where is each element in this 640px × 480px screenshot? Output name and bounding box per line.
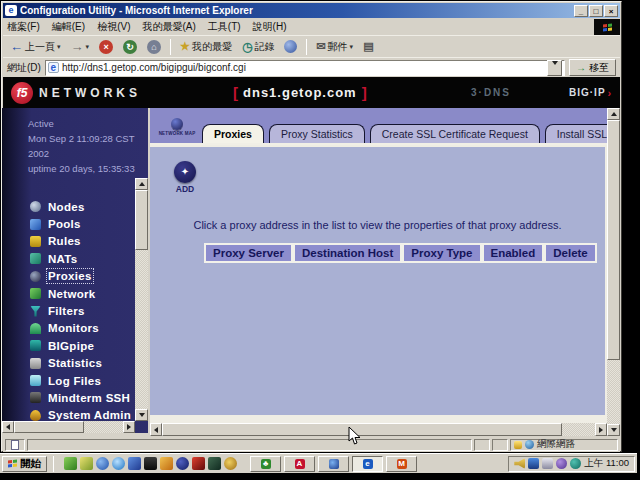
- scroll-thumb[interactable]: [135, 190, 148, 250]
- volume-icon[interactable]: [514, 458, 525, 469]
- monitors-icon: [30, 323, 41, 334]
- scroll-left-button[interactable]: [150, 423, 162, 436]
- lock-icon: [514, 441, 522, 449]
- quicklaunch-icon-5[interactable]: [128, 457, 141, 470]
- menu-favorites[interactable]: 我的最愛(A): [142, 20, 195, 34]
- column-header-destination-host[interactable]: Destination Host: [293, 243, 402, 263]
- media-button[interactable]: [280, 38, 301, 55]
- menu-edit[interactable]: 編輯(E): [52, 20, 85, 34]
- tray-icon-3[interactable]: [542, 458, 553, 469]
- column-header-enabled[interactable]: Enabled: [482, 243, 545, 263]
- history-button[interactable]: ◷ 記錄: [238, 38, 278, 56]
- column-header-proxy-type[interactable]: Proxy Type: [402, 243, 481, 263]
- sidebar-item-nodes[interactable]: Nodes: [30, 198, 148, 215]
- scroll-right-button[interactable]: [595, 423, 607, 436]
- mouse-cursor: [348, 427, 361, 450]
- quicklaunch-icon-6[interactable]: [144, 457, 157, 470]
- back-chevron-icon[interactable]: ▾: [57, 43, 61, 51]
- address-input[interactable]: e http://dns1.getop.com/bigipgui/bigconf…: [45, 60, 565, 76]
- address-dropdown-button[interactable]: [547, 60, 562, 76]
- tab-install-ssl-certificate[interactable]: Install SSL Certif: [545, 124, 607, 143]
- sidebar-item-statistics[interactable]: Statistics: [30, 355, 148, 372]
- add-proxy-button[interactable]: ✦ ADD: [170, 161, 200, 194]
- status-document-cell: [5, 439, 25, 451]
- filters-icon: [30, 306, 41, 317]
- task-button-ie-active[interactable]: e: [352, 456, 383, 472]
- address-bar: 網址(D) e http://dns1.getop.com/bigipgui/b…: [3, 57, 620, 77]
- taskbar: 開始 ♣ A e M 上午 11: [0, 453, 637, 473]
- favorites-button[interactable]: ★ 我的最愛: [176, 38, 236, 56]
- scroll-down-button[interactable]: [607, 424, 620, 436]
- add-plus-icon: ✦: [181, 166, 189, 177]
- scroll-thumb[interactable]: [607, 120, 620, 360]
- scroll-thumb[interactable]: [14, 421, 84, 433]
- mail-button[interactable]: ✉ 郵件 ▾: [312, 38, 357, 56]
- sidebar-item-monitors[interactable]: Monitors: [30, 320, 148, 337]
- quicklaunch-icon-4[interactable]: [112, 457, 125, 470]
- scroll-right-button[interactable]: [123, 421, 135, 433]
- forward-chevron-icon[interactable]: ▾: [86, 43, 90, 51]
- column-header-proxy-server[interactable]: Proxy Server: [204, 243, 293, 263]
- title-bar[interactable]: e Configuration Utility - Microsoft Inte…: [3, 3, 620, 18]
- sidebar-vertical-scrollbar[interactable]: [135, 178, 148, 421]
- task-button-1[interactable]: ♣: [250, 456, 281, 472]
- scroll-thumb[interactable]: [162, 423, 562, 436]
- forward-button[interactable]: → ▾: [67, 37, 94, 56]
- scroll-up-button[interactable]: [607, 108, 620, 120]
- sidebar-horizontal-scrollbar[interactable]: [2, 421, 135, 433]
- chevron-down-icon: [552, 61, 558, 72]
- menu-tools[interactable]: 工具(T): [208, 20, 241, 34]
- sidebar-item-nats[interactable]: NATs: [30, 250, 148, 267]
- tray-icon-2[interactable]: [528, 458, 539, 469]
- mail-chevron-icon[interactable]: ▾: [350, 43, 354, 51]
- quicklaunch-icon-8[interactable]: [176, 457, 189, 470]
- quicklaunch-icon-11[interactable]: [224, 457, 237, 470]
- address-url[interactable]: http://dns1.getop.com/bigipgui/bigconf.c…: [62, 62, 544, 73]
- quicklaunch-icon-1[interactable]: [64, 457, 77, 470]
- task-button-5[interactable]: M: [386, 456, 417, 472]
- content-vertical-scrollbar[interactable]: [607, 108, 620, 436]
- sidebar-item-log-files[interactable]: Log Files: [30, 372, 148, 389]
- scroll-left-button[interactable]: [2, 421, 14, 433]
- tab-create-ssl-certificate-request[interactable]: Create SSL Certificate Request: [370, 124, 540, 143]
- column-header-delete[interactable]: Delete: [544, 243, 597, 263]
- close-button[interactable]: ×: [604, 5, 618, 17]
- ie-window-icon: e: [5, 5, 17, 16]
- scroll-down-button[interactable]: [135, 409, 148, 421]
- minimize-button[interactable]: _: [574, 5, 588, 17]
- sidebar-item-rules[interactable]: Rules: [30, 233, 148, 250]
- menu-help[interactable]: 說明(H): [253, 20, 287, 34]
- maximize-button[interactable]: □: [589, 5, 603, 17]
- taskbar-clock[interactable]: 上午 11:00: [584, 457, 629, 470]
- quicklaunch-icon-3[interactable]: [96, 457, 109, 470]
- scroll-up-button[interactable]: [135, 178, 148, 190]
- quicklaunch-icon-9[interactable]: [192, 457, 205, 470]
- tab-proxies[interactable]: Proxies: [202, 124, 264, 143]
- stop-button[interactable]: ×: [95, 38, 117, 56]
- home-button[interactable]: ⌂: [143, 38, 165, 56]
- menu-file[interactable]: 檔案(F): [7, 20, 40, 34]
- sidebar-item-pools[interactable]: Pools: [30, 215, 148, 232]
- system-status: Active Mon Sep 2 11:09:28 CST 2002 uptim…: [28, 116, 148, 176]
- refresh-button[interactable]: ↻: [119, 38, 141, 56]
- sidebar-item-bigpipe[interactable]: BIGpipe: [30, 337, 148, 354]
- quicklaunch-icon-7[interactable]: [160, 457, 173, 470]
- go-button[interactable]: → 移至: [569, 59, 616, 76]
- print-button[interactable]: ▤: [359, 38, 377, 55]
- tray-icon-4[interactable]: [556, 458, 567, 469]
- back-button[interactable]: ← 上一頁 ▾: [6, 37, 65, 56]
- tray-icon-5[interactable]: [570, 458, 581, 469]
- task-button-3[interactable]: [318, 456, 349, 472]
- task-button-2[interactable]: A: [284, 456, 315, 472]
- network-map-button[interactable]: NETWORK MAP: [156, 111, 198, 142]
- menu-view[interactable]: 檢視(V): [97, 20, 130, 34]
- quicklaunch-icon-2[interactable]: [80, 457, 93, 470]
- sidebar-item-network[interactable]: Network: [30, 285, 148, 302]
- start-button[interactable]: 開始: [2, 456, 47, 472]
- sidebar-item-filters[interactable]: Filters: [30, 302, 148, 319]
- sidebar-item-proxies[interactable]: Proxies: [30, 268, 148, 285]
- tab-proxy-statistics[interactable]: Proxy Statistics: [269, 124, 365, 143]
- quicklaunch-icon-10[interactable]: [208, 457, 221, 470]
- content-horizontal-scrollbar[interactable]: [150, 423, 607, 436]
- sidebar-item-mindterm-ssh[interactable]: Mindterm SSH: [30, 389, 148, 406]
